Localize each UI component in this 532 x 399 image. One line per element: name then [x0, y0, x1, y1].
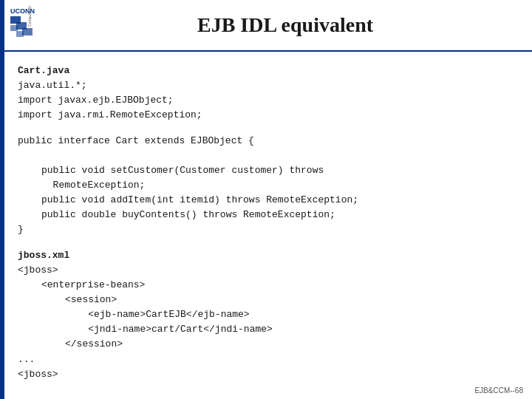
import-line-2: import javax.ejb.EJBObject; — [18, 95, 174, 106]
jboss-open: <jboss> — [18, 265, 58, 276]
page-title: EJB IDL equivalent — [197, 13, 373, 36]
svg-rect-5 — [16, 31, 24, 37]
uconn-logo-svg: UCONN Computer Science and Engineering — [9, 6, 47, 44]
jboss-close: <jboss> — [18, 369, 58, 380]
logo-area: UCONN Computer Science and Engineering — [9, 6, 47, 44]
interface-declaration: public interface Cart extends EJBObject … — [18, 135, 254, 146]
jboss-xml-label: jboss.xml — [18, 250, 69, 261]
enterprise-beans-open: <enterprise-beans> — [18, 279, 145, 290]
cart-java-block: Cart.java java.util.*; import javax.ejb.… — [18, 64, 514, 123]
method-set-customer-cont: RemoteException; — [18, 180, 145, 191]
svg-rect-3 — [22, 28, 33, 35]
svg-text:Computer Science and Engineeri: Computer Science and Engineering — [27, 6, 32, 27]
cart-java-label: Cart.java — [18, 65, 69, 76]
method-set-customer: public void setCustomer(Customer custome… — [18, 165, 324, 176]
jndi-name: <jndi-name>cart/Cart</jndi-name> — [18, 324, 273, 335]
session-close: </session> — [18, 338, 123, 349]
main-content: Cart.java java.util.*; import javax.ejb.… — [0, 52, 532, 398]
svg-rect-4 — [10, 25, 18, 31]
interface-close: } — [18, 224, 24, 235]
header-bar: UCONN Computer Science and Engineering E… — [0, 0, 532, 52]
ellipsis: ... — [18, 354, 35, 365]
page-title-area: EJB IDL equivalent — [47, 13, 523, 37]
jboss-xml-block: jboss.xml <jboss> <enterprise-beans> <se… — [18, 248, 514, 382]
interface-block: public interface Cart extends EJBObject … — [18, 134, 514, 238]
method-buy-contents: public double buyContents() throws Remot… — [18, 209, 335, 220]
ejb-name: <ejb-name>CartEJB</ejb-name> — [18, 309, 250, 320]
import-line-3: import java.rmi.RemoteException; — [18, 109, 202, 120]
session-open: <session> — [18, 294, 117, 305]
footer-text: EJB&CCM--68 — [474, 386, 523, 395]
left-border-strip — [0, 0, 4, 399]
import-line-1: java.util.*; — [18, 80, 87, 91]
method-add-item: public void addItem(int itemid) throws R… — [18, 194, 358, 205]
